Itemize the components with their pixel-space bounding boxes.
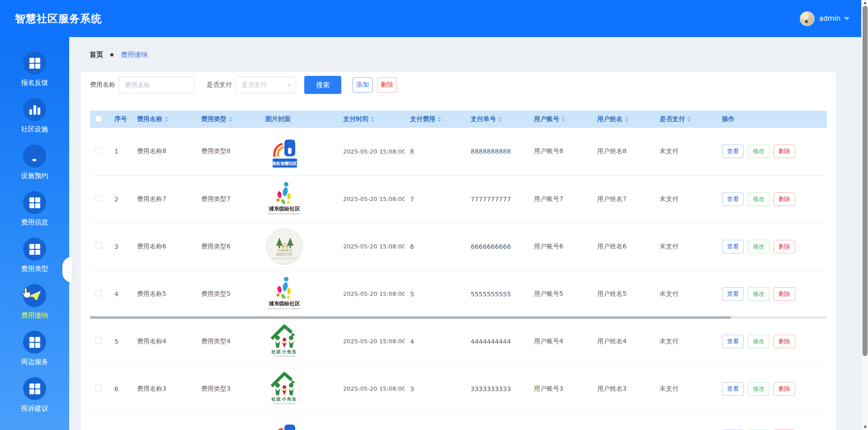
scrollbar-thumb[interactable]	[863, 6, 868, 356]
column-header-username[interactable]: 用户姓名	[592, 111, 654, 128]
cell-paid-status: 未支付	[654, 175, 717, 223]
column-header-paid[interactable]: 是否支付	[654, 111, 717, 128]
edit-button[interactable]: 修改	[748, 382, 769, 396]
sidebar-item-label: 费用缴纳	[21, 311, 48, 320]
row-checkbox[interactable]	[95, 385, 102, 391]
sidebar-item-费用类型[interactable]: 费用类型	[0, 232, 69, 279]
cell-paid-status: 未支付	[654, 223, 717, 270]
edit-button[interactable]: 修改	[748, 335, 769, 348]
cell-account: 用户账号4	[528, 318, 592, 365]
cell-username: 用户姓名2	[592, 412, 654, 430]
row-checkbox[interactable]	[95, 290, 102, 296]
cover-image: 双阳社区 SHUANGYANG COMMUNITY	[265, 228, 338, 266]
scroll-down-icon[interactable]: ▼	[862, 425, 868, 430]
row-delete-button[interactable]: 删除	[774, 335, 795, 348]
sort-icon[interactable]	[371, 117, 374, 122]
sort-icon[interactable]	[229, 117, 232, 122]
sidebar-item-报名反馈[interactable]: 报名反馈	[0, 46, 69, 93]
user-menu[interactable]: admin	[800, 11, 849, 26]
view-button[interactable]: 查看	[722, 240, 744, 253]
sort-icon[interactable]	[165, 117, 168, 122]
column-header-account[interactable]: 用户账号	[528, 111, 592, 128]
sort-icon[interactable]	[561, 117, 565, 122]
view-button[interactable]: 查看	[722, 335, 744, 348]
paid-select[interactable]: 是否支付 ∨	[236, 76, 296, 93]
sort-icon[interactable]	[438, 117, 441, 122]
chevron-down-icon: ∨	[287, 82, 291, 87]
vertical-scrollbar[interactable]: ▲ ▼	[861, 0, 868, 430]
svg-text:浦东缤纷社区: 浦东缤纷社区	[269, 206, 301, 212]
column-header-order_no[interactable]: 支付单号	[465, 111, 528, 128]
select-all-header[interactable]	[90, 111, 109, 128]
chevron-down-icon	[844, 17, 849, 20]
row-delete-button[interactable]: 删除	[774, 240, 795, 253]
sidebar-item-费用信息[interactable]: 费用信息	[0, 186, 69, 232]
cell-pay-fee: 3	[405, 365, 465, 412]
cell-fee-type: 费用类型2	[196, 412, 260, 430]
sidebar-item-label: 社区设施	[21, 125, 48, 134]
row-delete-button[interactable]: 删除	[774, 382, 795, 396]
app-title: 智慧社区服务系统	[15, 12, 102, 26]
sort-icon[interactable]	[498, 117, 502, 122]
cell-username: 用户姓名5	[592, 270, 654, 318]
row-checkbox[interactable]	[95, 337, 102, 344]
cell-pay-time: 2025-05-20 15:08:00	[338, 412, 405, 430]
column-header-time[interactable]: 支付时间	[338, 111, 405, 128]
breadcrumb-home[interactable]: 首页	[90, 51, 103, 59]
row-delete-button[interactable]: 删除	[774, 192, 795, 206]
sidebar-item-费用缴纳[interactable]: 费用缴纳	[0, 279, 69, 325]
table-row: 7费用名称2费用类型2 彩虹智慧社区2025-05-20 15:08:00222…	[90, 412, 827, 430]
table-row: 3费用名称6费用类型6 双阳社区 SHUANGYANG COMMUNITY202…	[90, 223, 827, 270]
view-button[interactable]: 查看	[722, 145, 744, 158]
row-checkbox[interactable]	[95, 243, 102, 249]
sort-icon[interactable]	[687, 117, 691, 122]
sidebar-item-投诉建议[interactable]: 投诉建议	[0, 372, 69, 418]
cell-fee-name: 费用名称8	[132, 128, 196, 175]
add-button[interactable]: 添加	[353, 77, 373, 93]
select-all-checkbox[interactable]	[95, 116, 102, 122]
sort-icon[interactable]	[625, 117, 628, 122]
column-header-name[interactable]: 费用名称	[132, 111, 196, 128]
fee-name-input[interactable]	[119, 76, 194, 93]
edit-button[interactable]: 修改	[748, 192, 769, 206]
row-delete-button[interactable]: 删除	[774, 287, 795, 301]
sidebar-icon-circle	[23, 98, 46, 121]
sidebar-item-设施预约[interactable]: 设施预约	[0, 139, 69, 186]
scroll-up-icon[interactable]: ▲	[862, 0, 868, 5]
cell-fee-type: 费用类型7	[196, 175, 260, 223]
cell-pay-time: 2025-05-20 15:08:00	[338, 365, 405, 412]
view-button[interactable]: 查看	[722, 287, 744, 301]
breadcrumb-current[interactable]: 费用缴纳	[121, 51, 148, 59]
avatar[interactable]	[800, 11, 815, 26]
bar-chart-icon	[29, 105, 40, 115]
view-button[interactable]: 查看	[722, 192, 744, 206]
table-row: 6费用名称3费用类型3 社区小先生 SheQuXiaoXianSheng2025…	[90, 365, 827, 412]
cell-account: 用户账号5	[528, 270, 592, 318]
cell-username: 用户姓名3	[592, 365, 654, 412]
search-button[interactable]: 搜索	[304, 76, 341, 94]
edit-button[interactable]: 修改	[748, 287, 769, 301]
row-checkbox[interactable]	[95, 148, 102, 154]
row-delete-button[interactable]: 删除	[774, 145, 795, 158]
cell-pay-time: 2025-05-20 15:08:00	[338, 318, 405, 365]
cell-pay-fee: 7	[405, 175, 465, 223]
horizontal-scrollbar[interactable]	[90, 316, 827, 319]
delete-button[interactable]: 删除	[377, 77, 397, 93]
cell-paid-status: 未支付	[654, 365, 717, 412]
row-checkbox[interactable]	[95, 195, 102, 201]
cell-fee-name: 费用名称3	[132, 365, 196, 412]
column-header-type[interactable]: 费用类型	[196, 111, 260, 128]
cell-pay-fee: 6	[405, 223, 465, 270]
view-button[interactable]: 查看	[722, 382, 744, 396]
edit-button[interactable]: 修改	[748, 240, 769, 253]
edit-button[interactable]: 修改	[748, 145, 769, 158]
column-header-fee[interactable]: 支付费用	[405, 111, 465, 128]
cell-account: 用户账号2	[528, 412, 592, 430]
sidebar-item-周边服务[interactable]: 周边服务	[0, 325, 69, 372]
svg-text:社区小先生: 社区小先生	[271, 349, 297, 354]
cell-order-no: 8888888888	[465, 128, 528, 175]
cell-pay-fee: 4	[405, 318, 465, 365]
sidebar-item-社区设施[interactable]: 社区设施	[0, 93, 69, 139]
grid-icon	[29, 58, 40, 69]
main-content: 首页 费用缴纳 费用名称 是否支付 是否支付 ∨ 搜索 添加 删除 序号费用名称…	[69, 37, 861, 430]
